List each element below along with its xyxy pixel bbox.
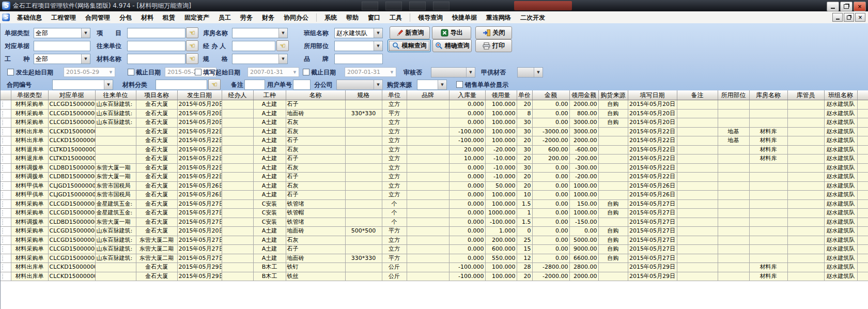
table-cell[interactable]: 东营市国税局 <box>95 181 136 191</box>
table-cell[interactable] <box>222 181 253 191</box>
table-cell[interactable]: 0.000 <box>449 236 485 245</box>
table-cell[interactable]: 0.00 <box>532 218 569 227</box>
table-cell[interactable]: CLTKD150000001 <box>48 145 95 154</box>
spec-combo[interactable]: ▼ <box>232 54 288 64</box>
table-cell[interactable] <box>677 254 718 263</box>
table-cell[interactable]: 立方 <box>382 245 407 254</box>
menu-item[interactable]: 二次开发 <box>516 12 550 23</box>
row-indicator[interactable] <box>1 173 11 182</box>
table-cell[interactable] <box>677 136 718 146</box>
table-cell[interactable]: 材料退库单 <box>11 154 48 164</box>
table-cell[interactable]: 2000.00 <box>569 272 598 281</box>
table-row[interactable]: 材料出库单CLCKD150000001金石大厦2015年05月22日A土建石灰立… <box>1 127 868 136</box>
menu-item[interactable]: 工程管理 <box>47 12 81 23</box>
chevron-down-icon[interactable]: ▼ <box>374 41 382 51</box>
table-cell[interactable]: B木工 <box>253 263 286 272</box>
table-cell[interactable]: 金星建筑五金: <box>95 199 136 209</box>
table-cell[interactable] <box>407 218 449 227</box>
table-cell[interactable]: 100.000 <box>485 272 517 281</box>
table-cell[interactable] <box>857 145 868 154</box>
table-cell[interactable]: 330*330 <box>345 254 382 263</box>
chevron-down-icon[interactable]: ▼ <box>278 28 287 38</box>
table-cell[interactable] <box>95 145 136 154</box>
column-header[interactable]: 所用部位 <box>718 90 749 100</box>
table-cell[interactable]: 2015年05月26日 <box>177 181 222 191</box>
menu-item[interactable]: 固定资产 <box>180 12 214 23</box>
table-cell[interactable] <box>787 191 824 200</box>
audited-combo[interactable]: ▼ <box>431 67 475 78</box>
row-indicator[interactable] <box>1 227 11 236</box>
close-button[interactable]: × <box>854 2 866 11</box>
table-cell[interactable]: 0.000 <box>449 163 485 173</box>
table-cell[interactable]: 20.000 <box>449 145 485 154</box>
table-cell[interactable]: 1 <box>517 209 532 218</box>
table-cell[interactable]: 15 <box>517 245 532 254</box>
table-cell[interactable] <box>222 209 253 218</box>
table-cell[interactable]: CLCGD150000003 <box>48 236 95 245</box>
table-row[interactable]: 材料出库单CLCKD150000002金石大厦2015年05月29日B木工铁丝公… <box>1 272 868 281</box>
chevron-down-icon[interactable]: ▼ <box>374 80 382 89</box>
table-cell[interactable]: 石灰 <box>286 145 345 154</box>
user-bill-no-input[interactable] <box>293 80 311 90</box>
table-cell[interactable] <box>749 191 787 200</box>
table-cell[interactable] <box>857 118 868 128</box>
table-cell[interactable] <box>222 136 253 146</box>
table-cell[interactable] <box>857 272 868 281</box>
table-cell[interactable] <box>787 199 824 209</box>
table-cell[interactable]: 0.000 <box>449 100 485 110</box>
table-cell[interactable]: 赵水建筑队 <box>824 173 857 182</box>
table-cell[interactable] <box>222 127 253 136</box>
column-header[interactable] <box>857 90 868 100</box>
table-cell[interactable]: 东营大厦二期 <box>136 254 177 263</box>
table-cell[interactable] <box>749 245 787 254</box>
table-cell[interactable]: 3000.00 <box>569 127 598 136</box>
table-row[interactable]: 材料采购单CLCGD150000003山东百脉建筑:东营大厦二期2015年05月… <box>1 254 868 263</box>
table-cell[interactable]: 材料库 <box>749 145 787 154</box>
table-cell[interactable]: 赵水建筑队 <box>824 245 857 254</box>
table-cell[interactable] <box>718 272 749 281</box>
table-cell[interactable]: 0.00 <box>532 245 569 254</box>
column-header[interactable]: 填写日期 <box>628 90 677 100</box>
chevron-down-icon[interactable]: ▼ <box>466 68 475 77</box>
table-cell[interactable] <box>677 218 718 227</box>
chevron-down-icon[interactable]: ▼ <box>81 28 90 38</box>
remark-input[interactable] <box>244 80 265 90</box>
table-cell[interactable] <box>222 109 253 118</box>
table-cell[interactable]: 2015年05月26日 <box>628 191 677 200</box>
occur-start-date-checkbox[interactable] <box>7 69 14 75</box>
table-cell[interactable] <box>345 272 382 281</box>
table-cell[interactable]: 铁管堵 <box>286 199 345 209</box>
table-cell[interactable]: 2015年05月27日 <box>177 236 222 245</box>
table-row[interactable]: 材料采购单CLCGD150000002金星建筑五金:金石大厦2015年05月27… <box>1 199 868 209</box>
table-cell[interactable]: A土建 <box>253 181 286 191</box>
column-header[interactable]: 库管员 <box>787 90 824 100</box>
table-cell[interactable]: 0.00 <box>532 100 569 110</box>
table-cell[interactable]: 2015年05月26日 <box>628 181 677 191</box>
table-row[interactable]: 材料退库单CLTKD150000001金石大厦2015年05月22日A土建石子立… <box>1 154 868 164</box>
table-cell[interactable]: 材料采购单 <box>11 199 48 209</box>
table-cell[interactable]: 2015年05月22日 <box>628 154 677 164</box>
column-header[interactable]: 领用量 <box>485 90 517 100</box>
table-cell[interactable]: 自购 <box>598 109 628 118</box>
table-cell[interactable] <box>787 163 824 173</box>
table-cell[interactable]: C安装 <box>253 218 286 227</box>
menu-item[interactable]: 领导查询 <box>413 12 447 23</box>
table-cell[interactable]: 金石大厦 <box>136 163 177 173</box>
table-cell[interactable]: 2015年05月27日 <box>628 236 677 245</box>
table-cell[interactable]: 山东百脉建筑: <box>95 227 136 236</box>
table-cell[interactable]: CLJGD150000001 <box>48 181 95 191</box>
table-cell[interactable]: 金石大厦 <box>136 145 177 154</box>
table-cell[interactable] <box>222 145 253 154</box>
table-cell[interactable] <box>749 218 787 227</box>
chevron-down-icon[interactable]: ▼ <box>534 68 542 77</box>
table-cell[interactable]: A土建 <box>253 127 286 136</box>
table-cell[interactable]: CLCGD150000001 <box>48 118 95 128</box>
table-cell[interactable] <box>787 181 824 191</box>
table-cell[interactable]: -10.000 <box>485 173 517 182</box>
menu-item[interactable]: 合同管理 <box>81 12 115 23</box>
table-cell[interactable]: 50.000 <box>485 181 517 191</box>
table-row[interactable]: 材料出库单CLCKD150000001金石大厦2015年05月22日A土建石子立… <box>1 136 868 146</box>
counterparty-input[interactable] <box>127 41 185 51</box>
bill-type-combo[interactable]: 全部▼ <box>34 28 90 38</box>
table-cell[interactable] <box>718 154 749 164</box>
